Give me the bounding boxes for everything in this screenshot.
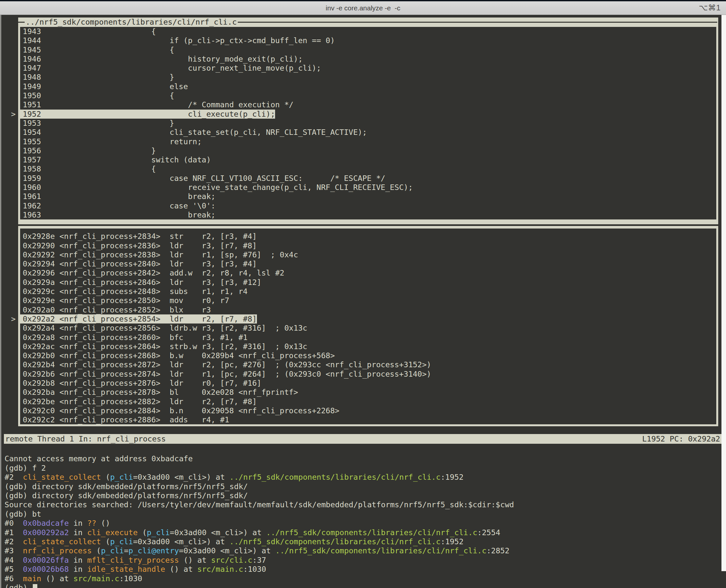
console-line: #4 0x00026ffa in mflt_cli_try_process ()… xyxy=(4,555,722,565)
terminal-screen: ../nrf5_sdk/components/libraries/cli/nrf… xyxy=(0,15,726,588)
source-line: 1945 { xyxy=(23,45,716,55)
source-line: 1953 } xyxy=(23,119,716,128)
border-line xyxy=(238,22,717,23)
asm-line: 0x292c2 <nrf_cli_process+2886> adds r4, … xyxy=(23,415,716,424)
asm-line: 0x292be <nrf_cli_process+2882> ldr r2, [… xyxy=(23,397,716,406)
asm-line: 0x2929a <nrf_cli_process+2846> ldr r3, [… xyxy=(23,278,716,287)
console-line: Cannot access memory at address 0xbadcaf… xyxy=(4,454,722,463)
source-pane: ../nrf5_sdk/components/libraries/cli/nrf… xyxy=(18,18,718,219)
console-line: (gdb) directory sdk/embedded/platforms/n… xyxy=(4,491,722,500)
source-pane-border-top: ../nrf5_sdk/components/libraries/cli/nrf… xyxy=(18,18,718,27)
status-line-pc: L1952 PC: 0x292a2 xyxy=(642,434,720,444)
asm-line: 0x29290 <nrf_cli_process+2836> ldr r3, [… xyxy=(23,241,716,250)
asm-line: 0x2929c <nrf_cli_process+2848> subs r1, … xyxy=(23,287,716,296)
asm-line: 0x292b6 <nrf_cli_process+2874> ldr r1, [… xyxy=(23,370,716,379)
source-line: 1950 { xyxy=(23,91,716,100)
console-line: Source directories searched: /Users/tyle… xyxy=(4,500,722,509)
asm-line: 0x2928e <nrf_cli_process+2834> str r2, [… xyxy=(23,232,716,241)
console-line: #1 0x000292a2 in cli_execute (p_cli=0x3a… xyxy=(4,528,722,537)
asm-line: 0x292a4 <nrf_cli_process+2856> ldrb.w r3… xyxy=(23,323,716,333)
console-line: (gdb) directory sdk/embedded/platforms/n… xyxy=(4,482,722,491)
source-line: >1952 cli_execute(p_cli); xyxy=(23,109,716,119)
asm-line: 0x292c0 <nrf_cli_process+2884> b.n 0x290… xyxy=(23,406,716,415)
source-line: 1958 { xyxy=(23,164,716,173)
disassembly-pane-border-top xyxy=(18,226,718,229)
asm-line: 0x292a0 <nrf_cli_process+2852> blx r3 xyxy=(23,305,716,314)
disassembly-pane-border-bottom xyxy=(18,424,718,426)
source-line: 1943 { xyxy=(23,27,716,36)
source-line: 1955 return; xyxy=(23,137,716,146)
asm-line: 0x29292 <nrf_cli_process+2838> ldr r1, [… xyxy=(23,250,716,259)
source-line: 1951 /* Command execution */ xyxy=(23,100,716,109)
source-line: 1944 if (p_cli->p_ctx->cmd_buff_len == 0… xyxy=(23,36,716,45)
source-line: 1946 history_mode_exit(p_cli); xyxy=(23,55,716,64)
window-title: inv -e core.analyze -e -c xyxy=(326,4,400,12)
asm-line: 0x292ba <nrf_cli_process+2878> bl 0x2e02… xyxy=(23,388,716,397)
source-line: 1948 } xyxy=(23,72,716,82)
asm-line: >0x292a2 <nrf_cli_process+2854> ldr r2, … xyxy=(23,314,716,323)
console-line: #2 cli_state_collect (p_cli=0x3ad00 <m_c… xyxy=(4,472,722,482)
source-code-view: 1943 {1944 if (p_cli->p_ctx->cmd_buff_le… xyxy=(18,27,718,219)
asm-line: 0x292b0 <nrf_cli_process+2868> b.w 0x289… xyxy=(23,351,716,360)
source-line: 1962 case '\0': xyxy=(23,201,716,210)
asm-line: 0x292b4 <nrf_cli_process+2872> ldr r2, [… xyxy=(23,360,716,369)
current-line-marker: > xyxy=(11,314,16,323)
console-line: (gdb) f 2 xyxy=(4,464,722,472)
source-line: 1961 break; xyxy=(23,192,716,201)
scrollbar-track[interactable] xyxy=(722,15,726,571)
border-line xyxy=(18,22,25,23)
asm-line: 0x29296 <nrf_cli_process+2842> add.w r2,… xyxy=(23,268,716,277)
source-line: 1960 receive_state_change(p_cli, NRF_CLI… xyxy=(23,183,716,192)
asm-line: 0x292b8 <nrf_cli_process+2876> ldr r0, [… xyxy=(23,379,716,388)
asm-line: 0x292a8 <nrf_cli_process+2860> bfc r3, #… xyxy=(23,333,716,342)
current-line-marker: > xyxy=(11,109,16,119)
disassembly-pane: 0x2928e <nrf_cli_process+2834> str r2, [… xyxy=(18,229,718,424)
terminal-window: inv -e core.analyze -e -c ⌥⌘1 ../nrf5_sd… xyxy=(0,0,726,588)
disassembly-view: 0x2928e <nrf_cli_process+2834> str r2, [… xyxy=(18,229,718,424)
source-line: 1954 cli_state_set(p_cli, NRF_CLI_STATE_… xyxy=(23,128,716,137)
status-bar: remote Thread 1 In: nrf_cli_process L195… xyxy=(4,434,722,444)
console-line: (gdb) xyxy=(4,583,722,588)
source-file-path: ../nrf5_sdk/components/libraries/cli/nrf… xyxy=(25,18,238,27)
console-line: #2 cli_state_collect (p_cli=0x3ad00 <m_c… xyxy=(4,537,722,546)
source-pane-border-bottom xyxy=(18,219,718,226)
source-line: 1947 cursor_next_line_move(p_cli); xyxy=(23,64,716,72)
console-line: #6 main () at src/main.c:1030 xyxy=(4,574,722,583)
console-line: #3 nrf_cli_process (p_cli=p_cli@entry=0x… xyxy=(4,546,722,555)
console-line: #0 0x0badcafe in ?? () xyxy=(4,519,722,528)
status-thread-info: remote Thread 1 In: nrf_cli_process xyxy=(5,434,166,444)
asm-line: 0x292ac <nrf_cli_process+2864> strb.w r3… xyxy=(23,342,716,351)
source-line: 1956 } xyxy=(23,146,716,155)
source-line: 1959 case NRF_CLI_VT100_ASCII_ESC: /* ES… xyxy=(23,174,716,183)
window-shortcut-badge: ⌥⌘1 xyxy=(699,3,721,12)
console-line: #5 0x00026b68 in idle_state_handle () at… xyxy=(4,565,722,574)
source-line: 1957 switch (data) xyxy=(23,155,716,164)
title-bar[interactable]: inv -e core.analyze -e -c ⌥⌘1 xyxy=(0,1,726,15)
console-line: (gdb) bt xyxy=(4,509,722,519)
gdb-console[interactable]: Cannot access memory at address 0xbadcaf… xyxy=(4,454,722,588)
terminal-cursor[interactable] xyxy=(33,584,37,588)
asm-line: 0x29294 <nrf_cli_process+2840> ldr r3, [… xyxy=(23,259,716,268)
asm-line: 0x2929e <nrf_cli_process+2850> mov r0, r… xyxy=(23,296,716,305)
source-line: 1963 break; xyxy=(23,210,716,219)
source-line: 1949 else xyxy=(23,82,716,91)
